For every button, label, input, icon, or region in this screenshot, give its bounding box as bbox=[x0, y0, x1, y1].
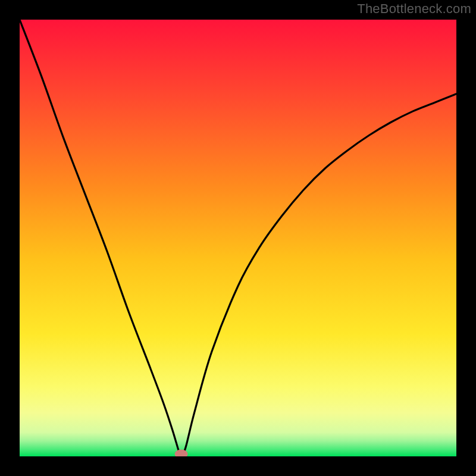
bottleneck-chart bbox=[20, 20, 456, 456]
plot-area bbox=[20, 20, 456, 456]
chart-frame: TheBottleneck.com bbox=[0, 0, 476, 476]
watermark-label: TheBottleneck.com bbox=[357, 1, 471, 17]
gradient-background bbox=[20, 20, 456, 456]
